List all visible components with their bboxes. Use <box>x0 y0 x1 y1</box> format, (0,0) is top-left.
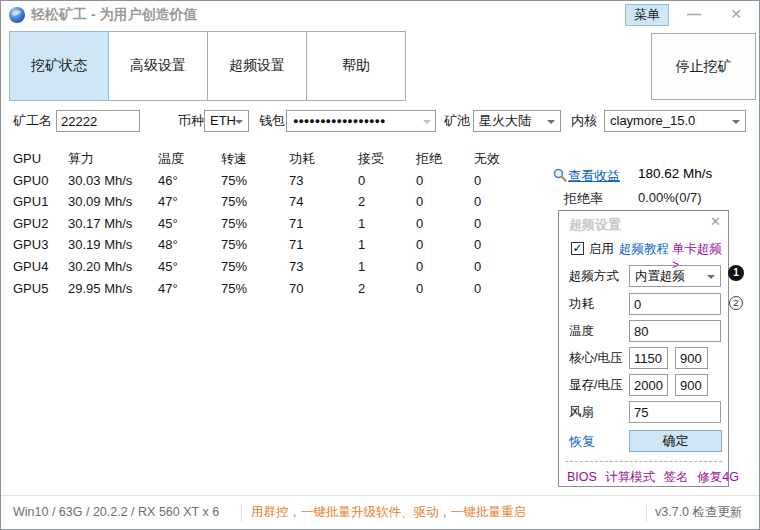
mem-clock-input[interactable] <box>629 374 668 396</box>
mem-voltage-input[interactable] <box>675 374 708 396</box>
core-clock-input[interactable] <box>629 347 668 369</box>
table-cell: 0 <box>416 191 474 213</box>
table-cell: GPU1 <box>13 191 68 213</box>
close-icon[interactable]: ✕ <box>723 4 749 26</box>
check-update-link[interactable]: 检查更新 <box>693 505 743 519</box>
dashed-divider <box>565 461 722 462</box>
fan-input[interactable] <box>629 401 721 423</box>
system-info: Win10 / 63G / 20.2.2 / RX 560 XT x 6 <box>13 496 219 529</box>
table-cell: GPU4 <box>13 256 68 278</box>
table-cell: GPU3 <box>13 234 68 256</box>
pool-select[interactable]: 星火大陆 <box>473 110 561 132</box>
col-header: 接受 <box>358 148 416 170</box>
fix-4g-link[interactable]: 修复4G <box>697 470 739 484</box>
kernel-select[interactable]: claymore_15.0 <box>604 110 746 132</box>
tab-advanced-settings[interactable]: 高级设置 <box>108 31 208 101</box>
col-header: 功耗 <box>289 148 358 170</box>
enable-label: 启用 <box>589 241 614 258</box>
table-cell: 75% <box>221 256 289 278</box>
table-cell: 2 <box>358 191 416 213</box>
col-header: 温度 <box>158 148 221 170</box>
table-cell: 45° <box>158 256 221 278</box>
panel-footer-links: BIOS 计算模式 签名 修复4G <box>567 469 744 486</box>
status-bar: Win10 / 63G / 20.2.2 / RX 560 XT x 6 用群控… <box>1 495 759 529</box>
tab-overclock-settings[interactable]: 超频设置 <box>207 31 307 101</box>
table-cell: 0 <box>474 213 534 235</box>
core-voltage-label: 核心/电压 <box>569 347 622 369</box>
oc-mode-select[interactable]: 内置超频 <box>629 265 721 287</box>
sign-link[interactable]: 签名 <box>664 470 689 484</box>
version-text: v3.7.0 检查更新 <box>655 496 743 529</box>
table-cell: 30.20 Mh/s <box>68 256 158 278</box>
annotation-badge-1: 1 <box>728 265 744 281</box>
chevron-down-icon <box>235 120 243 124</box>
table-cell: 74 <box>289 191 358 213</box>
app-logo-icon <box>9 7 25 23</box>
table-cell: GPU5 <box>13 278 68 300</box>
table-cell: GPU0 <box>13 170 68 192</box>
table-cell: 75% <box>221 234 289 256</box>
tab-mining-status[interactable]: 挖矿状态 <box>9 31 109 101</box>
divider <box>241 504 242 522</box>
tab-help[interactable]: 帮助 <box>306 31 406 101</box>
table-cell: 70 <box>289 278 358 300</box>
check-icon: ✓ <box>572 241 582 255</box>
reject-rate-value: 0.00%(0/7) <box>638 190 702 205</box>
table-cell: 0 <box>474 170 534 192</box>
chevron-down-icon <box>732 120 740 124</box>
tab-bar: 挖矿状态 高级设置 超频设置 帮助 <box>9 31 406 101</box>
col-header: 拒绝 <box>416 148 474 170</box>
enable-checkbox[interactable]: ✓ <box>571 242 584 255</box>
chevron-down-icon <box>707 275 715 279</box>
table-cell: 2 <box>358 278 416 300</box>
coin-select[interactable]: ETH <box>204 110 249 132</box>
stop-mining-button[interactable]: 停止挖矿 <box>651 33 756 100</box>
panel-title: 超频设置 <box>569 216 621 234</box>
restore-link[interactable]: 恢复 <box>569 433 595 451</box>
table-cell: 75% <box>221 213 289 235</box>
table-cell: 1 <box>358 213 416 235</box>
fan-label: 风扇 <box>569 401 594 423</box>
power-limit-input[interactable] <box>629 293 721 315</box>
table-cell: 0 <box>416 170 474 192</box>
panel-close-icon[interactable]: ✕ <box>710 214 721 229</box>
table-cell: 71 <box>289 234 358 256</box>
table-cell: 48° <box>158 234 221 256</box>
table-cell: 0 <box>416 234 474 256</box>
mem-voltage-label: 显存/电压 <box>569 374 622 396</box>
minimize-icon[interactable]: — <box>681 4 707 26</box>
table-cell: 71 <box>289 213 358 235</box>
col-header: 无效 <box>474 148 534 170</box>
pool-label: 矿池 <box>444 109 470 133</box>
window-title: 轻松矿工 - 为用户创造价值 <box>31 6 197 24</box>
table-cell: 0 <box>358 170 416 192</box>
table-cell: 30.17 Mh/s <box>68 213 158 235</box>
menu-button[interactable]: 菜单 <box>625 4 669 26</box>
table-cell: 75% <box>221 278 289 300</box>
title-bar: 轻松矿工 - 为用户创造价值 菜单 — ✕ <box>1 1 759 29</box>
bios-link[interactable]: BIOS <box>567 470 597 484</box>
total-hashrate: 180.62 Mh/s <box>638 166 712 181</box>
miner-name-input[interactable] <box>56 110 140 132</box>
oc-mode-label: 超频方式 <box>569 265 619 287</box>
temp-limit-input[interactable] <box>629 320 721 342</box>
table-cell: 47° <box>158 191 221 213</box>
wallet-input[interactable]: ●●●●●●●●●●●●●●●●● <box>286 110 436 132</box>
col-header: GPU <box>13 148 68 170</box>
core-voltage-input[interactable] <box>675 347 708 369</box>
reject-rate-label: 拒绝率 <box>564 190 603 208</box>
table-cell: 0 <box>416 278 474 300</box>
chevron-down-icon <box>547 120 555 124</box>
wallet-masked-value: ●●●●●●●●●●●●●●●●● <box>293 112 385 131</box>
divider <box>646 504 647 522</box>
table-cell: 29.95 Mh/s <box>68 278 158 300</box>
view-income-link[interactable]: 查看收益 <box>568 167 620 185</box>
chevron-down-icon <box>423 120 431 124</box>
table-cell: 0 <box>416 256 474 278</box>
table-cell: 0 <box>474 234 534 256</box>
temp-limit-label: 温度 <box>569 320 594 342</box>
table-cell: 0 <box>474 191 534 213</box>
compute-mode-link[interactable]: 计算模式 <box>605 470 655 484</box>
confirm-button[interactable]: 确定 <box>629 430 722 452</box>
overclock-tutorial-link[interactable]: 超频教程 <box>619 241 669 258</box>
